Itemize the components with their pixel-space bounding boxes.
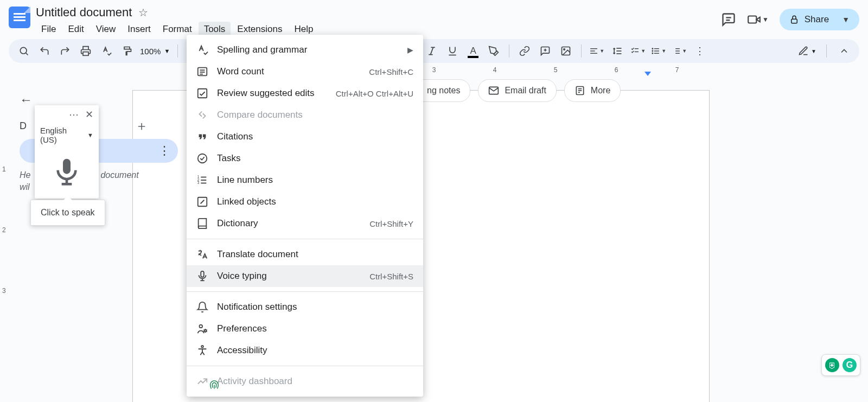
italic-icon[interactable] — [424, 43, 439, 59]
paint-format-icon[interactable] — [119, 43, 135, 59]
ruler-number: 4 — [493, 66, 497, 74]
tools-menu-linked[interactable]: Linked objects — [187, 191, 423, 213]
tools-menu-citations[interactable]: Citations — [187, 126, 423, 148]
redo-icon[interactable] — [58, 43, 73, 59]
menu-view[interactable]: View — [91, 22, 122, 37]
share-dropdown-icon[interactable]: ▼ — [834, 15, 857, 24]
ruler-number: 6 — [615, 66, 618, 74]
wordcount-icon — [196, 66, 208, 78]
docs-logo-icon[interactable] — [9, 7, 30, 28]
undo-icon[interactable] — [37, 43, 52, 59]
voice-language-select[interactable]: English (US) ▼ — [35, 124, 99, 146]
grammarly-icon[interactable]: G — [843, 358, 857, 372]
underline-icon[interactable] — [445, 43, 460, 59]
insert-image-icon[interactable] — [558, 43, 573, 59]
separator — [177, 44, 178, 58]
svg-rect-2 — [748, 16, 756, 23]
more-template-icon — [575, 85, 585, 96]
menu-item-label: Preferences — [217, 323, 267, 334]
menu-insert[interactable]: Insert — [122, 22, 156, 37]
separator — [581, 44, 582, 58]
collapse-toolbar-icon[interactable] — [837, 43, 852, 59]
horizontal-ruler[interactable]: 3 4 5 6 7 — [0, 65, 868, 77]
add-tab-icon[interactable]: ＋ — [135, 117, 148, 135]
microphone-icon — [52, 156, 82, 187]
highlight-icon[interactable] — [486, 43, 501, 59]
tools-menu-a11y[interactable]: Accessibility — [187, 340, 423, 361]
link-icon[interactable] — [517, 43, 532, 59]
outline-tab-label[interactable]: D — [20, 120, 27, 132]
document-title[interactable]: Untitled document — [36, 5, 132, 20]
svg-rect-4 — [792, 19, 797, 23]
tools-menu-translate[interactable]: Translate document — [187, 244, 423, 265]
line-spacing-icon[interactable] — [610, 43, 625, 59]
meet-button[interactable]: ▼ — [747, 12, 769, 27]
spellcheck-icon[interactable] — [99, 43, 114, 59]
close-icon[interactable]: ✕ — [85, 109, 93, 120]
chip-meeting-notes[interactable]: ng notes — [422, 79, 470, 102]
grammarly-shield-icon[interactable]: ⛨ — [825, 358, 839, 372]
separator — [509, 44, 509, 58]
tools-menu-spelling[interactable]: Spelling and grammar▶ — [187, 39, 423, 61]
bulleted-list-icon[interactable]: ▼ — [651, 43, 666, 59]
ruler-number: 7 — [675, 66, 679, 74]
svg-point-59 — [201, 346, 203, 348]
menu-shortcut: Ctrl+Alt+O Ctrl+Alt+U — [336, 89, 413, 98]
share-button[interactable]: Share ▼ — [780, 9, 859, 30]
menu-edit[interactable]: Edit — [62, 22, 89, 37]
align-icon[interactable]: ▼ — [589, 43, 604, 59]
menu-item-label: Tasks — [217, 153, 240, 164]
tools-menu-linenum[interactable]: 123Line numbers — [187, 169, 423, 191]
translate-icon — [196, 248, 208, 260]
numbered-list-icon[interactable]: ▼ — [672, 43, 687, 59]
tools-menu-voice[interactable]: Voice typingCtrl+Shift+S — [187, 265, 423, 287]
tools-menu-wordcount[interactable]: Word countCtrl+Shift+C — [187, 61, 423, 82]
add-comment-icon[interactable] — [538, 43, 553, 59]
svg-point-58 — [205, 330, 207, 332]
tools-menu-tasks[interactable]: Tasks — [187, 148, 423, 169]
tools-menu-review[interactable]: Review suggested editsCtrl+Alt+O Ctrl+Al… — [187, 82, 423, 104]
tools-menu-dict[interactable]: DictionaryCtrl+Shift+Y — [187, 213, 423, 234]
text-color-icon[interactable]: A — [465, 43, 481, 59]
extension-badges[interactable]: ⛨ G — [821, 354, 860, 376]
svg-rect-45 — [198, 89, 207, 98]
menu-item-label: Translate document — [217, 249, 298, 260]
comments-icon[interactable] — [721, 12, 736, 27]
ruler-right-indent-marker[interactable] — [644, 72, 651, 76]
citations-icon — [196, 131, 208, 143]
search-icon[interactable] — [16, 43, 31, 59]
a11y-icon — [196, 344, 208, 356]
tools-menu: Spelling and grammar▶Word countCtrl+Shif… — [187, 35, 423, 397]
zoom-select[interactable]: 100%▼ — [140, 47, 170, 56]
menu-item-label: Citations — [217, 131, 253, 142]
menu-divider — [187, 291, 423, 292]
menu-file[interactable]: File — [36, 22, 61, 37]
voice-typing-widget[interactable]: ⋯ ✕ English (US) ▼ — [35, 105, 99, 199]
template-chips: ng notes Email draft More — [422, 79, 621, 102]
chip-email-draft[interactable]: Email draft — [478, 79, 556, 102]
voice-icon — [196, 270, 208, 282]
more-options-icon[interactable]: ⋮ — [158, 144, 170, 158]
linked-icon — [196, 196, 208, 208]
more-dots-icon[interactable]: ⋯ — [69, 109, 79, 120]
tools-menu-prefs[interactable]: Preferences — [187, 318, 423, 340]
tasks-icon — [196, 152, 208, 164]
star-icon[interactable]: ☆ — [138, 6, 148, 19]
tools-menu-notif[interactable]: Notification settings — [187, 296, 423, 318]
editing-mode-button[interactable]: ▼ — [798, 46, 816, 56]
vruler-number: 3 — [2, 287, 6, 295]
menu-item-label: Linked objects — [217, 196, 276, 207]
menu-item-label: Activity dashboard — [217, 376, 292, 387]
more-toolbar-icon[interactable]: ⋮ — [692, 43, 707, 59]
svg-rect-7 — [83, 52, 88, 56]
menu-divider — [187, 366, 423, 366]
svg-point-28 — [652, 48, 653, 49]
checklist-icon[interactable]: ▼ — [630, 43, 646, 59]
lock-icon — [789, 15, 799, 24]
microphone-button[interactable] — [35, 146, 99, 199]
print-icon[interactable] — [78, 43, 93, 59]
vertical-ruler[interactable]: 1 2 3 — [0, 77, 12, 402]
title-block: Untitled document ☆ File Edit View Inser… — [36, 4, 721, 37]
chip-more[interactable]: More — [564, 79, 621, 102]
review-icon — [196, 87, 208, 99]
